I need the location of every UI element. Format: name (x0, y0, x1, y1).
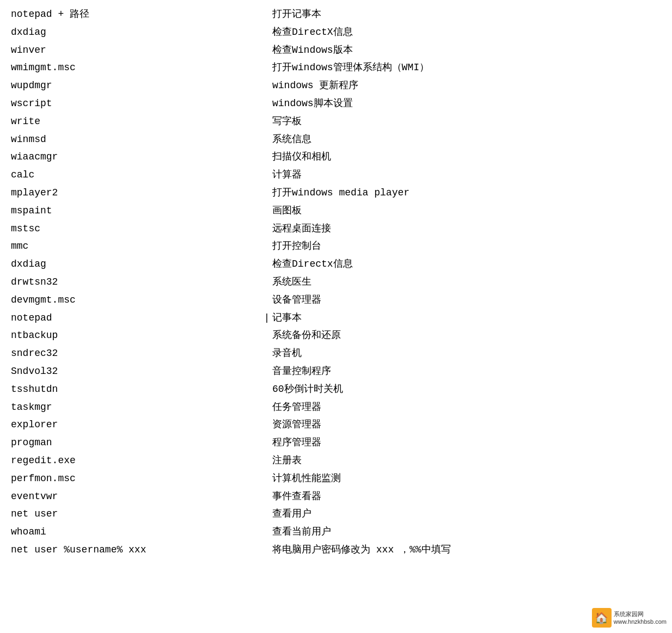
command-cell: notepad (11, 310, 261, 326)
command-cell: winver (11, 42, 261, 58)
table-row: eventvwr事件查看器 (11, 488, 661, 506)
table-row: net user %username% xxx将电脑用户密码修改为 xxx ，%… (11, 541, 661, 559)
command-cell: wupdmgr (11, 78, 261, 94)
command-cell: drwtsn32 (11, 274, 261, 290)
table-row: sndrec32录音机 (11, 345, 661, 362)
description-cell: 程序管理器 (272, 435, 661, 451)
divider: | (261, 310, 272, 326)
description-cell: 计算机性能监测 (272, 471, 661, 487)
watermark-text: 系统家园网 www.hnzkhbsb.com (614, 610, 667, 626)
table-row: explorer资源管理器 (11, 416, 661, 434)
watermark-url: www.hnzkhbsb.com (614, 618, 667, 625)
table-row: mstsc远程桌面连接 (11, 220, 661, 238)
table-row: net user查看用户 (11, 505, 661, 523)
command-cell: mplayer2 (11, 185, 261, 201)
table-row: wupdmgrwindows 更新程序 (11, 77, 661, 95)
table-row: dxdiag检查Directx信息 (11, 255, 661, 273)
command-cell: perfmon.msc (11, 471, 261, 487)
description-cell: 打开windows管理体系结构（WMI） (272, 60, 661, 76)
command-cell: mspaint (11, 203, 261, 219)
description-cell: 打开记事本 (272, 7, 661, 22)
description-cell: 60秒倒计时关机 (272, 382, 661, 397)
description-cell: 系统医生 (272, 274, 661, 290)
table-row: mplayer2打开windows media player (11, 184, 661, 202)
command-cell: wiaacmgr (11, 149, 261, 165)
description-cell: windows脚本设置 (272, 96, 661, 112)
watermark-icon: 🏠 (592, 608, 612, 628)
description-cell: 录音机 (272, 346, 661, 361)
description-cell: 打开windows media player (272, 185, 661, 201)
table-row: wmimgmt.msc打开windows管理体系结构（WMI） (11, 59, 661, 77)
description-cell: 任务管理器 (272, 400, 661, 415)
command-cell: wmimgmt.msc (11, 60, 261, 76)
command-table: notepad + 路径打开记事本dxdiag检查DirectX信息winver… (11, 5, 661, 559)
description-cell: 记事本 (272, 310, 661, 326)
description-cell: 资源管理器 (272, 417, 661, 433)
command-cell: write (11, 114, 261, 130)
description-cell: 画图板 (272, 203, 661, 219)
description-cell: 计算器 (272, 167, 661, 183)
command-cell: wscript (11, 96, 261, 112)
table-row: wscriptwindows脚本设置 (11, 95, 661, 113)
table-row: devmgmt.msc设备管理器 (11, 291, 661, 309)
table-row: ntbackup系统备份和还原 (11, 327, 661, 345)
description-cell: 打开控制台 (272, 238, 661, 254)
command-cell: dxdiag (11, 24, 261, 40)
command-cell: explorer (11, 417, 261, 433)
description-cell: 系统备份和还原 (272, 328, 661, 343)
command-cell: winmsd (11, 132, 261, 148)
description-cell: 系统信息 (272, 132, 661, 148)
table-row: perfmon.msc计算机性能监测 (11, 470, 661, 488)
command-cell: calc (11, 167, 261, 183)
command-cell: regedit.exe (11, 453, 261, 469)
command-cell: eventvwr (11, 489, 261, 505)
command-cell: progman (11, 435, 261, 451)
table-row: progman程序管理器 (11, 434, 661, 452)
description-cell: 注册表 (272, 453, 661, 469)
description-cell: 远程桌面连接 (272, 221, 661, 237)
description-cell: 扫描仪和相机 (272, 149, 661, 165)
table-row: notepad + 路径打开记事本 (11, 5, 661, 23)
table-row: calc计算器 (11, 166, 661, 184)
command-cell: whoami (11, 524, 261, 540)
description-cell: 音量控制程序 (272, 364, 661, 379)
command-cell: sndrec32 (11, 346, 261, 361)
watermark-site: 系统家园网 (614, 610, 667, 618)
description-cell: 设备管理器 (272, 292, 661, 308)
table-row: mmc打开控制台 (11, 237, 661, 255)
description-cell: 查看用户 (272, 506, 661, 522)
table-row: dxdiag检查DirectX信息 (11, 23, 661, 41)
table-row: taskmgr任务管理器 (11, 398, 661, 416)
table-row: wiaacmgr扫描仪和相机 (11, 148, 661, 166)
description-cell: 检查Windows版本 (272, 42, 661, 58)
description-cell: 检查DirectX信息 (272, 24, 661, 40)
table-row: mspaint画图板 (11, 202, 661, 220)
command-cell: Sndvol32 (11, 364, 261, 379)
command-cell: tsshutdn (11, 382, 261, 397)
table-row: Sndvol32音量控制程序 (11, 362, 661, 380)
table-row: tsshutdn60秒倒计时关机 (11, 380, 661, 398)
command-cell: devmgmt.msc (11, 292, 261, 308)
command-cell: mmc (11, 238, 261, 254)
table-row: winver检查Windows版本 (11, 41, 661, 59)
description-cell: windows 更新程序 (272, 78, 661, 94)
command-cell: mstsc (11, 221, 261, 237)
command-cell: taskmgr (11, 400, 261, 415)
table-row: whoami查看当前用户 (11, 523, 661, 541)
command-cell: net user (11, 506, 261, 522)
table-row: regedit.exe注册表 (11, 452, 661, 470)
description-cell: 检查Directx信息 (272, 256, 661, 272)
description-cell: 查看当前用户 (272, 524, 661, 540)
description-cell: 将电脑用户密码修改为 xxx ，%%中填写 (272, 542, 661, 558)
description-cell: 写字板 (272, 114, 661, 130)
table-row: winmsd系统信息 (11, 131, 661, 149)
table-row: write写字板 (11, 113, 661, 131)
command-cell: ntbackup (11, 328, 261, 343)
description-cell: 事件查看器 (272, 489, 661, 505)
command-cell: notepad + 路径 (11, 7, 261, 22)
watermark: 🏠 系统家园网 www.hnzkhbsb.com (592, 608, 667, 628)
table-row: notepad|记事本 (11, 309, 661, 327)
table-row: drwtsn32系统医生 (11, 273, 661, 291)
command-cell: net user %username% xxx (11, 542, 261, 558)
command-cell: dxdiag (11, 256, 261, 272)
